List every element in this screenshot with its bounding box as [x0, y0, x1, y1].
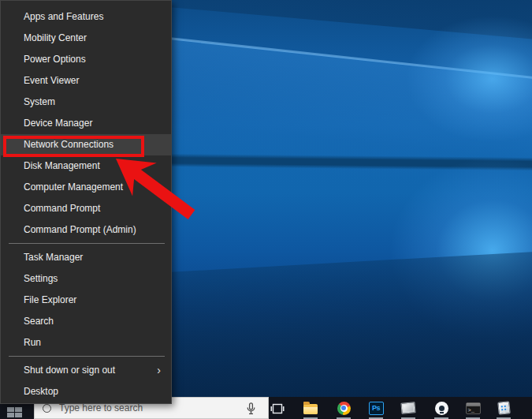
menu-item-mobility-center[interactable]: Mobility Center [1, 28, 171, 49]
terminal-icon: >_ [466, 402, 481, 414]
menu-item-computer-management[interactable]: Computer Management [1, 177, 171, 198]
menu-separator [9, 356, 165, 357]
notes-app-icon [497, 401, 511, 414]
chrome-icon [337, 402, 351, 415]
menu-item-label: Shut down or sign out [24, 365, 115, 376]
chevron-right-icon: › [157, 360, 161, 381]
winx-power-user-menu: Apps and Features Mobility Center Power … [0, 0, 172, 404]
menu-item-desktop[interactable]: Desktop [1, 381, 171, 402]
microphone-icon[interactable] [247, 402, 255, 415]
menu-item-system[interactable]: System [1, 92, 171, 113]
menu-item-shut-down-or-sign-out[interactable]: Shut down or sign out › [1, 360, 171, 381]
menu-item-file-explorer[interactable]: File Explorer [1, 290, 171, 311]
menu-item-power-options[interactable]: Power Options [1, 49, 171, 70]
windows-desktop-screenshot: Type here to search Ps [0, 0, 532, 419]
menu-item-device-manager[interactable]: Device Manager [1, 113, 171, 134]
menu-item-task-manager[interactable]: Task Manager [1, 247, 171, 268]
menu-item-apps-and-features[interactable]: Apps and Features [1, 6, 171, 28]
menu-item-command-prompt-admin[interactable]: Command Prompt (Admin) [1, 219, 171, 241]
wallpaper-glow-mid [390, 158, 532, 343]
task-view-button[interactable] [270, 400, 285, 416]
file-explorer-button[interactable] [303, 400, 318, 416]
start-button-icon[interactable] [7, 407, 22, 417]
photos-icon [400, 402, 415, 414]
wallpaper-glow-upper [406, 16, 532, 142]
camera-app-button[interactable] [433, 400, 449, 416]
chrome-button[interactable] [336, 400, 352, 416]
task-view-icon [270, 402, 285, 415]
file-explorer-icon [303, 404, 318, 414]
menu-item-search[interactable]: Search [1, 311, 171, 332]
search-icon [43, 404, 51, 413]
menu-separator [9, 243, 165, 244]
camera-app-icon [435, 402, 448, 415]
photos-app-button[interactable] [400, 400, 416, 416]
photoshop-button[interactable]: Ps [368, 400, 384, 416]
search-placeholder-text: Type here to search [59, 402, 143, 413]
terminal-button[interactable]: >_ [465, 400, 481, 416]
menu-item-command-prompt[interactable]: Command Prompt [1, 198, 171, 219]
photoshop-icon: Ps [369, 402, 384, 415]
notes-app-button[interactable] [496, 400, 512, 416]
menu-item-event-viewer[interactable]: Event Viewer [1, 70, 171, 92]
menu-item-run[interactable]: Run [1, 332, 171, 354]
menu-item-disk-management[interactable]: Disk Management [1, 155, 171, 177]
menu-item-network-connections[interactable]: Network Connections [1, 134, 171, 155]
menu-item-settings[interactable]: Settings [1, 268, 171, 290]
